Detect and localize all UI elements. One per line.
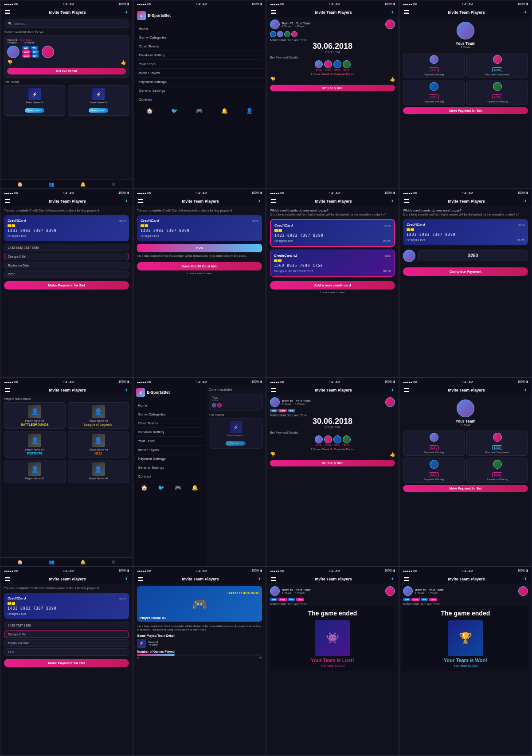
send-icon[interactable]: ✈ <box>524 576 527 581</box>
player-card-5[interactable]: 👤 Player Name #5 <box>4 460 66 483</box>
sidebar-item-invite[interactable]: Invite Players <box>136 446 203 454</box>
send-icon[interactable]: ✈ <box>125 388 128 392</box>
menu-icon[interactable] <box>271 577 276 581</box>
menu-icon[interactable] <box>271 388 276 392</box>
sidebar-item-yourteam[interactable]: Your Team <box>136 437 203 446</box>
cc-card-1[interactable]: CreditCard Bank 1433 8983 7387 8390 Desi… <box>270 219 395 247</box>
menu-icon[interactable] <box>271 10 276 14</box>
send-icon[interactable]: ✈ <box>258 576 261 581</box>
cc-card[interactable]: CreditCard Bank 1433 8983 7387 8390 Desi… <box>403 219 528 245</box>
sidebar-game-icon[interactable]: 🎮 <box>175 485 181 491</box>
users-nav-icon[interactable]: 👥 <box>49 560 54 564</box>
send-icon[interactable]: ✈ <box>125 199 128 204</box>
sidebar-item-yourteam[interactable]: Your Team <box>137 60 262 69</box>
sidebar-item-general[interactable]: General Settings <box>137 86 262 95</box>
dislike-icon[interactable]: 👎 <box>270 77 275 82</box>
sidebar-item-home[interactable]: Home <box>137 24 262 33</box>
view-details-btn-2[interactable]: View Details <box>89 108 109 113</box>
sidebar-home-icon[interactable]: 🏠 <box>141 485 148 491</box>
sidebar-item-previous[interactable]: Previous Betting <box>136 428 203 437</box>
like-icon[interactable]: 👍 <box>121 60 126 65</box>
sidebar-game-icon[interactable]: 🎮 <box>196 108 203 114</box>
cc-field-expiration[interactable]: Expiration Date <box>4 639 129 647</box>
sidebar-item-previous[interactable]: Previous Betting <box>137 51 262 60</box>
sidebar-item-payment[interactable]: Payment Settings <box>136 454 203 463</box>
view-details-btn-1[interactable]: View Details <box>25 108 45 113</box>
cc-field-name[interactable]: DesignUI Bet <box>4 631 129 638</box>
send-icon[interactable]: ✈ <box>258 199 261 204</box>
sidebar-bell-icon[interactable]: 🔔 <box>192 485 198 491</box>
cc-field-ccv[interactable]: CCV <box>4 270 129 278</box>
menu-icon[interactable] <box>404 577 409 581</box>
send-icon[interactable]: ✈ <box>524 388 527 392</box>
bet-fee-button[interactable]: Bet Fee $ 1000 <box>270 460 395 466</box>
player-card-1[interactable]: 👤 Player Name #1 BATTLEGROUNDS <box>4 402 66 429</box>
menu-icon[interactable] <box>404 10 409 14</box>
sidebar-item-teams[interactable]: Other Teams <box>137 42 262 51</box>
make-payment-button[interactable]: Make Payment for Bet <box>4 281 129 290</box>
settings-nav-icon[interactable]: ⚙ <box>112 182 116 187</box>
cvv-field[interactable]: CVV <box>137 244 262 252</box>
dislike-icon[interactable]: 👎 <box>270 452 275 457</box>
bell-nav-icon[interactable]: 🔔 <box>80 560 86 564</box>
no-save-link[interactable]: I do not want to save <box>270 291 395 294</box>
cc-field-number[interactable]: 1433-8983-7387-8390 <box>4 244 129 251</box>
like-icon[interactable]: 👍 <box>390 452 395 457</box>
send-icon[interactable]: ✈ <box>391 576 394 581</box>
player-card-3[interactable]: 👤 Player Name #3 FORTNITE <box>4 431 66 458</box>
sidebar-bell-icon[interactable]: 🔔 <box>221 108 228 114</box>
send-icon[interactable]: ✈ <box>524 10 527 15</box>
sidebar-person-icon[interactable]: 👤 <box>246 108 253 114</box>
menu-icon[interactable] <box>138 199 143 203</box>
send-icon[interactable]: ✈ <box>125 10 128 15</box>
menu-icon[interactable] <box>5 10 10 14</box>
sidebar-item-teams[interactable]: Other Teams <box>136 419 203 428</box>
send-icon[interactable]: ✈ <box>391 199 394 204</box>
complete-payment-button[interactable]: Complete Payment <box>403 267 528 276</box>
sidebar-home-icon[interactable]: 🏠 <box>146 108 153 114</box>
menu-icon[interactable] <box>5 388 10 392</box>
menu-icon[interactable] <box>404 199 409 203</box>
like-icon[interactable]: 👍 <box>390 77 395 82</box>
menu-icon[interactable] <box>5 199 10 203</box>
add-new-card-button[interactable]: Add a new credit card <box>270 281 395 290</box>
menu-icon[interactable] <box>138 577 143 581</box>
dislike-icon[interactable]: 👎 <box>7 60 12 65</box>
sidebar-item-contract[interactable]: Contract <box>136 472 203 481</box>
cc-field-ccv[interactable]: CCV <box>4 648 129 656</box>
send-icon[interactable]: ✈ <box>125 576 128 581</box>
cc-field-number[interactable]: 1433-7387-8390 <box>4 622 129 629</box>
view-details-btn[interactable]: View Details <box>226 441 246 446</box>
bet-fee-button[interactable]: Bet Fee $1000 <box>7 68 126 74</box>
settings-nav-icon[interactable]: ⚙ <box>112 560 116 564</box>
menu-icon[interactable] <box>271 199 276 203</box>
send-icon[interactable]: ✈ <box>391 388 394 392</box>
sidebar-item-categories[interactable]: Game Categories <box>137 33 262 42</box>
no-save-link[interactable]: I do not want to save <box>137 272 262 274</box>
menu-icon[interactable] <box>5 577 10 581</box>
home-nav-icon[interactable]: 🏠 <box>17 182 23 187</box>
make-payment-button[interactable]: Make Payment for Bet <box>403 485 528 492</box>
bet-fee-button[interactable]: Bet Fee $ 1000 <box>270 85 395 91</box>
player-card-6[interactable]: 👤 Player Name #6 <box>68 460 129 483</box>
sidebar-twitter-icon[interactable]: 🐦 <box>171 108 178 114</box>
sidebar-item-categories[interactable]: Game Categories <box>136 410 203 419</box>
cc-field-expiration[interactable]: Expiration Date <box>4 262 129 269</box>
save-cc-button[interactable]: Save Credit Card Info <box>137 262 262 270</box>
player-card-4[interactable]: 👤 Player Name #4 H1Z1 <box>68 431 129 458</box>
sidebar-item-home[interactable]: Home <box>136 401 203 410</box>
send-icon[interactable]: ✈ <box>524 199 527 204</box>
make-payment-button[interactable]: Make Payment for Bet <box>4 659 129 667</box>
search-input[interactable] <box>14 22 125 25</box>
sidebar-item-payment[interactable]: Payment Settings <box>137 78 262 86</box>
cc-card-2[interactable]: CreditCard #2 Bank 1569 8935 7890 4758 D… <box>270 250 395 277</box>
search-bar[interactable]: 🔍 <box>4 20 129 28</box>
sidebar-item-contract[interactable]: Contract <box>137 95 262 104</box>
make-payment-button[interactable]: Make Payment for Bet <box>403 107 528 114</box>
bell-nav-icon[interactable]: 🔔 <box>80 182 86 187</box>
sidebar-item-invite[interactable]: Invite Players <box>137 69 262 78</box>
users-nav-icon[interactable]: 👥 <box>49 182 54 187</box>
player-card-2[interactable]: 👤 Player Name #2 League of Legends <box>68 402 129 429</box>
home-nav-icon[interactable]: 🏠 <box>17 560 23 564</box>
cc-field-name[interactable]: DesignUI Bet <box>4 253 129 260</box>
